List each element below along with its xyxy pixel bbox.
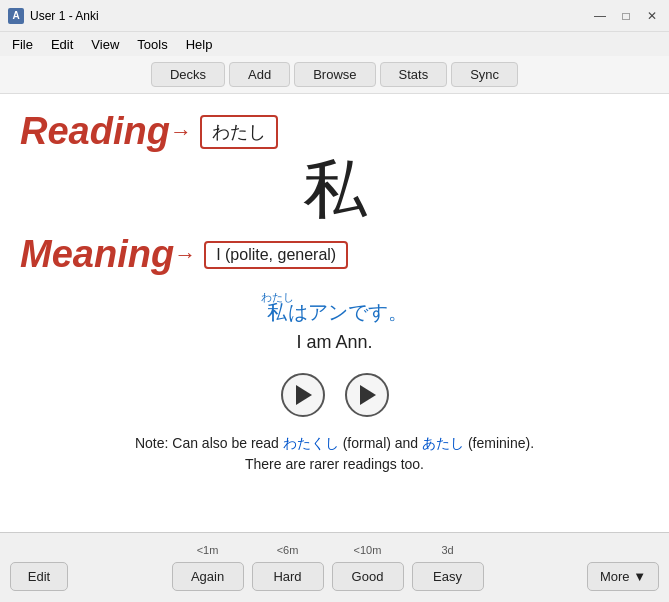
easy-time-label: 3d <box>441 544 453 560</box>
note-end: (feminine). <box>464 435 534 451</box>
app-icon: A <box>8 8 24 24</box>
kanji-display: 私 <box>303 155 367 225</box>
edit-button[interactable]: Edit <box>10 562 68 591</box>
titlebar: A User 1 - Anki — □ ✕ <box>0 0 669 32</box>
reading-arrow: → <box>170 119 192 145</box>
note-line2: There are rarer readings too. <box>245 456 424 472</box>
maximize-button[interactable]: □ <box>617 7 635 25</box>
meaning-label: Meaning <box>20 233 174 276</box>
again-btn-wrap: <1m Again <box>172 544 244 591</box>
edit-btn-wrap: Edit <box>10 544 68 591</box>
good-time-label: <10m <box>354 544 382 560</box>
add-button[interactable]: Add <box>229 62 290 87</box>
more-button[interactable]: More ▼ <box>587 562 659 591</box>
note-word1: わたくし <box>283 435 339 451</box>
meaning-value: I (polite, general) <box>204 241 348 269</box>
note-text: Note: Can also be read わたくし (formal) and… <box>135 433 534 475</box>
menubar: File Edit View Tools Help <box>0 32 669 56</box>
play-icon-2 <box>360 385 376 405</box>
good-button[interactable]: Good <box>332 562 404 591</box>
meaning-arrow: → <box>174 242 196 268</box>
audio-button-2[interactable] <box>345 373 389 417</box>
titlebar-controls: — □ ✕ <box>591 7 661 25</box>
decks-button[interactable]: Decks <box>151 62 225 87</box>
sentence-english: I am Ann. <box>258 332 411 353</box>
close-button[interactable]: ✕ <box>643 7 661 25</box>
menu-help[interactable]: Help <box>178 35 221 54</box>
audio-button-1[interactable] <box>281 373 325 417</box>
menu-view[interactable]: View <box>83 35 127 54</box>
easy-button[interactable]: Easy <box>412 562 484 591</box>
menu-file[interactable]: File <box>4 35 41 54</box>
hard-button[interactable]: Hard <box>252 562 324 591</box>
menu-tools[interactable]: Tools <box>129 35 175 54</box>
reading-row: Reading → わたし <box>20 110 649 153</box>
sentence-japanese: 私わたしはアンです。 <box>258 292 411 332</box>
browse-button[interactable]: Browse <box>294 62 375 87</box>
note-mid: (formal) and <box>339 435 422 451</box>
bottom-bar: Edit <1m Again <6m Hard <10m Good 3d Eas… <box>0 532 669 602</box>
easy-btn-wrap: 3d Easy <box>412 544 484 591</box>
again-button[interactable]: Again <box>172 562 244 591</box>
meaning-row: Meaning → I (polite, general) <box>20 233 649 276</box>
menu-edit[interactable]: Edit <box>43 35 81 54</box>
note-prefix: Note: Can also be read <box>135 435 283 451</box>
hard-time-label: <6m <box>277 544 299 560</box>
card-area: Reading → わたし 私 Meaning → I (polite, gen… <box>0 94 669 532</box>
ruby-kanji: 私わたし <box>261 301 289 323</box>
sync-button[interactable]: Sync <box>451 62 518 87</box>
sentence-area: 私わたしはアンです。 I am Ann. <box>258 292 411 353</box>
again-time-label: <1m <box>197 544 219 560</box>
sentence-rest: はアンです。 <box>288 301 408 323</box>
audio-row <box>281 373 389 417</box>
reading-value: わたし <box>200 115 278 149</box>
minimize-button[interactable]: — <box>591 7 609 25</box>
reading-label: Reading <box>20 110 170 153</box>
toolbar: Decks Add Browse Stats Sync <box>0 56 669 94</box>
app-title: User 1 - Anki <box>30 9 99 23</box>
main-content: Reading → わたし 私 Meaning → I (polite, gen… <box>0 94 669 532</box>
hard-btn-wrap: <6m Hard <box>252 544 324 591</box>
titlebar-left: A User 1 - Anki <box>8 8 99 24</box>
note-word2: あたし <box>422 435 464 451</box>
play-icon-1 <box>296 385 312 405</box>
more-btn-wrap: More ▼ <box>587 544 659 591</box>
good-btn-wrap: <10m Good <box>332 544 404 591</box>
stats-button[interactable]: Stats <box>380 62 448 87</box>
